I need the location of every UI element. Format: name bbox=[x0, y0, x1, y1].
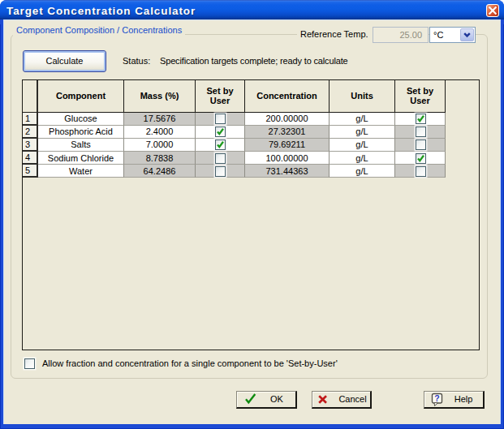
svg-text:?: ? bbox=[434, 393, 439, 403]
